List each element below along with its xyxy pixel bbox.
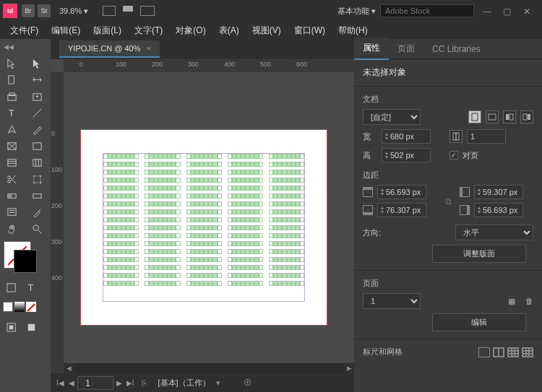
menu-window[interactable]: 窗口(W) [288,22,331,39]
tab-pages[interactable]: 页面 [389,38,423,59]
selection-tool[interactable] [0,55,24,71]
window-controls: — ▢ ✕ [483,6,539,15]
baseline-grid-icon[interactable] [522,347,533,357]
formatting-container-icon[interactable] [3,279,19,296]
gap-tool[interactable] [25,71,49,88]
menu-table[interactable]: 表(A) [213,22,245,39]
margins-section-label: 边距 [363,170,533,180]
scissors-tool[interactable] [0,171,24,188]
stroke-swatch[interactable] [14,251,36,272]
vertical-ruler[interactable]: 0 100 200 300 400 [51,72,64,373]
insert-page-icon[interactable]: ▦ [508,297,515,306]
apply-none-icon[interactable] [26,302,36,312]
last-page-icon[interactable]: ▶I [125,379,136,387]
page-navigator[interactable]: I◀ ◀ ▶ ▶I [55,376,136,390]
tab-properties[interactable]: 属性 [354,38,389,60]
content-collector-tool[interactable] [0,88,24,105]
svg-rect-19 [8,209,16,215]
margin-right-input[interactable]: ▴▾56.693 px [474,203,523,217]
apply-gradient-icon[interactable] [14,302,25,312]
canvas[interactable] [64,72,354,363]
gradient-swatch-tool[interactable] [0,188,24,204]
edit-page-button[interactable]: 编辑 [432,313,526,331]
pages-count-input[interactable]: 1 [467,129,506,144]
view-mode-preview-icon[interactable] [23,319,39,336]
menu-file[interactable]: 文件(F) [4,22,44,39]
adjust-layout-button[interactable]: 调整版面 [432,245,526,263]
bridge-icon[interactable]: Br [22,4,35,17]
preflight-profile[interactable]: [基本]（工作） [158,378,210,388]
rulers-grids-label: 标尺和网格 [363,347,403,357]
close-icon[interactable]: ✕ [523,6,532,15]
page-number-input[interactable] [77,376,113,390]
stock-icon[interactable]: St [38,4,51,17]
close-tab-icon[interactable]: × [146,44,150,53]
page-preset-select[interactable]: [自定] [363,109,421,125]
line-tool[interactable] [25,105,49,121]
hand-tool[interactable] [0,221,24,238]
margin-left-input[interactable]: ▴▾59.307 px [474,185,523,199]
menu-object[interactable]: 对象(O) [170,22,211,39]
search-input[interactable] [380,4,474,17]
facing-pages-checkbox[interactable]: ✓ [449,151,458,160]
note-tool[interactable] [0,204,24,221]
free-transform-tool[interactable] [25,171,49,188]
svg-rect-26 [472,113,478,121]
eyedropper-tool[interactable] [25,204,49,221]
workspace-switcher[interactable]: 基本功能 ▾ [337,6,376,17]
view-options-icon[interactable] [103,6,116,16]
apply-color-icon[interactable] [3,302,13,312]
page-select[interactable]: 1 [363,293,421,309]
pen-tool[interactable] [0,121,24,138]
grid-orientation-select[interactable]: 水平 [455,225,533,240]
menu-help[interactable]: 帮助(H) [332,22,374,39]
zoom-tool[interactable] [25,221,49,238]
delete-page-icon[interactable]: 🗑 [525,297,533,305]
binding-rtl-icon[interactable] [520,110,533,123]
document-grid-icon[interactable] [507,347,519,357]
direct-selection-tool[interactable] [25,55,49,71]
type-tool[interactable]: T [0,105,24,121]
toolbox-collapse-icon[interactable]: ◀◀ [4,43,14,51]
column-guides-icon[interactable] [493,347,504,357]
margin-bottom-input[interactable]: ▴▾76.307 px [377,203,426,217]
horizontal-ruler[interactable]: 0 100 200 300 400 500 600 [64,59,354,72]
content-placer-tool[interactable] [25,88,49,105]
preflight-icon[interactable]: ⎘ [142,378,147,387]
prev-page-icon[interactable]: ◀ [67,379,76,387]
minimize-icon[interactable]: — [483,6,491,15]
horizontal-grid-tool[interactable] [0,154,24,171]
ruler-icon[interactable] [478,347,490,357]
vertical-grid-tool[interactable] [25,154,49,171]
horizontal-scrollbar[interactable]: ◀▶ [64,363,354,373]
maximize-icon[interactable]: ▢ [503,6,512,15]
link-margins-icon[interactable]: ⧉ [441,196,455,206]
page[interactable] [81,130,327,325]
rectangle-frame-tool[interactable] [0,138,24,154]
next-page-icon[interactable]: ▶ [115,379,124,387]
width-input[interactable]: ▴▾680 px [382,129,431,144]
orientation-portrait-icon[interactable] [468,110,481,123]
gradient-feather-tool[interactable] [25,188,49,204]
arrange-icon[interactable] [140,6,155,16]
pencil-tool[interactable] [25,121,49,138]
binding-ltr-icon[interactable] [503,110,516,123]
menu-layout[interactable]: 版面(L) [87,22,127,39]
menu-type[interactable]: 文字(T) [129,22,168,39]
formatting-text-icon[interactable]: T [23,279,39,296]
document-tab[interactable]: YIPOJIE.CN @ 40% × [59,40,160,58]
screen-mode-icon[interactable] [123,6,133,16]
view-mode-normal-icon[interactable] [3,319,19,336]
height-input[interactable]: ▴▾502 px [382,148,431,162]
zoom-level-combo[interactable]: 39.8% ▾ [59,6,88,16]
margin-top-input[interactable]: ▴▾56.693 px [377,185,426,199]
first-page-icon[interactable]: I◀ [55,379,66,387]
page-tool[interactable] [0,71,24,88]
menu-edit[interactable]: 编辑(E) [46,22,86,39]
tab-cc-libraries[interactable]: CC Libraries [423,40,489,58]
orientation-landscape-icon[interactable] [486,110,499,123]
errors-icon[interactable]: ⦿ [244,378,251,387]
menu-view[interactable]: 视图(V) [246,22,287,39]
statusbar: I◀ ◀ ▶ ▶I ⎘ [基本]（工作） ▾ ⦿ [51,373,354,392]
rectangle-tool[interactable] [25,138,49,154]
